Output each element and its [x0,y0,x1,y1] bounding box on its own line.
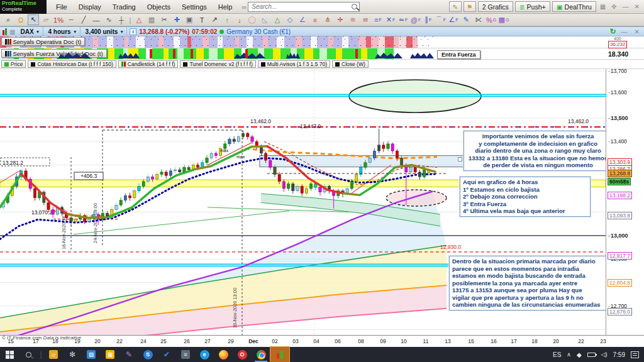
notification-center-icon[interactable] [631,351,639,358]
menu-objects[interactable]: Objects [142,1,176,13]
annotation-box-situacion[interactable]: Dentro de la situacion primaria marcada … [449,256,613,310]
legend-item[interactable]: Cotas Historicas Dax (t f f f 150) [28,60,116,68]
alert-triangle-icon[interactable]: △ [133,14,145,25]
menu-display[interactable]: Display [73,1,107,13]
dashed-segment-icon[interactable]: ╌ [65,14,77,25]
annotation-box-4-horas[interactable]: Aqui en grafico de 4 horas1º Estamos en … [460,177,591,217]
flat-f-icon[interactable]: =F [372,14,384,25]
triangle-tool-icon[interactable]: △ [272,14,283,25]
chart-type-icon[interactable] [3,28,7,35]
entra-fuerza-label[interactable]: Entra Fuerza [437,50,480,59]
search-icon[interactable] [352,4,357,9]
tray-expand-icon[interactable]: ∧ [567,351,571,358]
store-icon[interactable]: ▦ [101,347,119,362]
chart-close-icon[interactable]: ✕ [633,28,641,35]
menu-settings[interactable]: Settings [176,1,213,13]
clock[interactable]: 7:59 [613,351,625,358]
text-tool-icon[interactable]: T [196,14,208,25]
date-axis[interactable]: 1517181920222425262729Dec020304060809101… [0,335,644,347]
skype-icon[interactable]: S [138,347,157,362]
dealthru-button[interactable]: ▣DealThru [552,1,596,12]
firefox-icon[interactable] [214,347,233,362]
pitchfork-icon[interactable]: ⋔ [322,14,333,25]
channel-icon[interactable]: ≋ [347,14,358,25]
calculator-icon[interactable]: ≡ [176,347,195,362]
trendline-icon[interactable]: ╱ [78,14,89,25]
opera-icon[interactable]: O [233,347,252,362]
todo-check-icon[interactable]: ✔ [157,347,176,362]
angle-tool-icon[interactable]: ∠ [297,14,308,25]
settings-icon[interactable]: ✻ [63,347,82,362]
window-pin-icon[interactable]: ✜ [609,3,618,10]
legend-item[interactable]: Price [1,60,26,68]
units-dropdown[interactable]: 3,400 units▼ [83,27,128,36]
fuerza-indicator-chip[interactable]: Senyals Fuerza Volatilidad Doc (t) [1,49,107,58]
refresh-icon[interactable]: ↻ [610,27,616,36]
legend-item[interactable]: Tunel Domenec v2 (f t f f f) [180,60,255,68]
flag-icon[interactable]: ⚑ [464,1,476,12]
trash-icon[interactable]: ▥ [146,14,157,25]
photos-icon[interactable]: ▨ [82,347,101,362]
spiral-f-icon[interactable]: @F [410,14,421,25]
percent-change-icon[interactable]: 1% [53,14,64,25]
draw-mode-icon[interactable]: ✎ [449,1,462,12]
ellipse-tool-icon[interactable]: ◯ [247,14,258,25]
segment-icon[interactable]: ∿ [103,14,114,25]
battery-icon[interactable] [587,353,596,357]
zoom-icon[interactable]: ⌕ [3,14,14,25]
prorealtime-taskbar-icon[interactable] [270,347,289,362]
price-axis[interactable]: 13,70013,60013,50013,40013,00012,90012,7… [606,69,644,347]
menu-help[interactable]: Help [213,1,238,13]
window-close-icon[interactable]: ✕ [633,3,641,10]
cross-f-icon[interactable]: ✕F [385,14,396,25]
angle-f-icon[interactable]: ∠F [448,14,459,25]
annotation-handle[interactable] [458,157,462,162]
tools-icon[interactable]: ✂ [158,14,170,25]
cross-plus-icon[interactable]: ✛ [335,14,346,25]
start-button[interactable] [0,347,19,362]
info-icon[interactable]: i [130,28,136,35]
timeframe-dropdown[interactable]: 4 hours▼ [46,27,80,36]
link-icon[interactable]: ∞ [242,3,247,11]
slope-f-icon[interactable]: ≃F [397,14,409,25]
pattern-g-icon[interactable]: ▩G [498,14,509,25]
search-input[interactable] [250,3,352,11]
cursor-icon[interactable]: ↖ [28,14,39,25]
menu-file[interactable]: File [50,1,73,13]
horizontal-line-icon[interactable]: — [91,14,102,25]
vertical-pointer-icon[interactable]: ┼ [116,14,127,25]
alerts-bell-icon[interactable]: Ω [15,14,26,25]
percent-g-icon[interactable]: %G [486,14,497,25]
legend-item[interactable]: Candlestick (14 f f f) [118,60,179,68]
chrome-icon[interactable] [252,347,270,362]
up-arrow-icon[interactable]: ↑ [221,14,233,25]
language-indicator[interactable]: ES [553,351,561,358]
push-button[interactable]: ≣Push+ [515,1,550,12]
chart-plot-area[interactable]: 16-Nov-2020 16:0024-Nov-2020 09:0030-Nov… [0,69,644,335]
menu-trading[interactable]: Trading [107,1,142,13]
symbol-dropdown[interactable]: DAX▼ [18,27,43,36]
file-explorer-icon[interactable]: ▱ [44,347,63,362]
diamond-tool-icon[interactable]: ◇ [284,14,296,25]
graphs-count-button[interactable]: 2 Grafics [478,1,513,12]
ruler-icon[interactable]: ▱ [40,14,52,25]
taskbar-search-icon[interactable] [19,347,38,362]
scissor-lines-icon[interactable]: ⋉ [473,14,484,25]
arc-f-icon[interactable]: ⌒F [435,14,447,25]
notes-icon[interactable]: ✎ [119,347,138,362]
window-minimize-icon[interactable]: — [621,3,631,10]
down-arrow-icon[interactable]: ↓ [234,14,245,25]
legend-item[interactable]: Multi Avisos (1 f 3 1.5 70) [258,60,330,68]
parallel-lines-icon[interactable]: ≌ [360,14,371,25]
dropbox-icon[interactable]: ◆ [577,351,582,358]
arrow-tool-icon[interactable]: ↗ [209,14,220,25]
operativa-indicator-chip[interactable]: Senyals Operativa Doc (t) [1,37,85,46]
window-restore-icon[interactable]: ▦ [598,3,608,10]
edge-icon[interactable]: e [195,347,214,362]
fibonacci-icon[interactable]: ≡ [309,14,321,25]
legend-item[interactable]: Close (W) [332,60,369,68]
polyline-icon[interactable]: ◺ [259,14,270,25]
bars-f-icon[interactable]: ∥F [423,14,434,25]
annotation-box-importante[interactable]: Importante venimos de velas sin fuerzay … [464,131,613,171]
copy-icon[interactable]: ▣ [184,14,195,25]
